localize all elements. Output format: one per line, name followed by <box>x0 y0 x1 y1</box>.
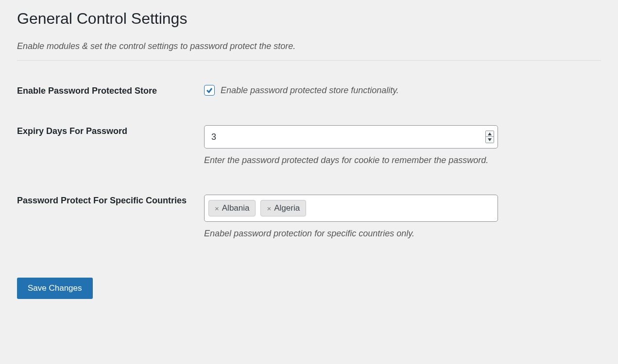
number-spinner <box>485 131 494 143</box>
divider <box>17 60 601 61</box>
remove-icon[interactable]: × <box>215 204 219 213</box>
expiry-input-wrap <box>204 125 498 149</box>
field-row-enable: Enable Password Protected Store Enable p… <box>17 85 601 96</box>
expiry-help: Enter the password protected days for co… <box>204 155 601 165</box>
countries-label: Password Protect For Specific Countries <box>17 195 204 206</box>
remove-icon[interactable]: × <box>267 204 271 213</box>
expiry-label: Expiry Days For Password <box>17 125 204 136</box>
save-button[interactable]: Save Changes <box>17 278 93 299</box>
chevron-up-icon <box>488 132 492 135</box>
enable-checkbox-wrap: Enable password protected store function… <box>204 85 601 96</box>
countries-help: Enabel password protection for specific … <box>204 229 601 239</box>
countries-input[interactable]: × Albania × Algeria <box>204 195 498 222</box>
spinner-up-button[interactable] <box>486 131 494 137</box>
country-tag[interactable]: × Algeria <box>260 200 306 216</box>
checkmark-icon <box>206 86 213 94</box>
chevron-down-icon <box>488 138 492 141</box>
page-title: General Control Settings <box>17 10 601 28</box>
country-tag-label: Albania <box>222 203 250 213</box>
svg-marker-1 <box>488 138 492 141</box>
spinner-down-button[interactable] <box>486 137 494 143</box>
enable-option-text: Enable password protected store function… <box>221 85 399 96</box>
country-tag-label: Algeria <box>274 203 300 213</box>
page-description: Enable modules & set the control setting… <box>17 41 601 51</box>
svg-marker-0 <box>488 132 492 135</box>
enable-label: Enable Password Protected Store <box>17 85 204 96</box>
enable-checkbox[interactable] <box>204 85 215 96</box>
country-tag[interactable]: × Albania <box>208 200 256 216</box>
field-row-countries: Password Protect For Specific Countries … <box>17 195 601 239</box>
field-row-expiry: Expiry Days For Password Enter the passw… <box>17 125 601 165</box>
expiry-input[interactable] <box>204 125 498 149</box>
